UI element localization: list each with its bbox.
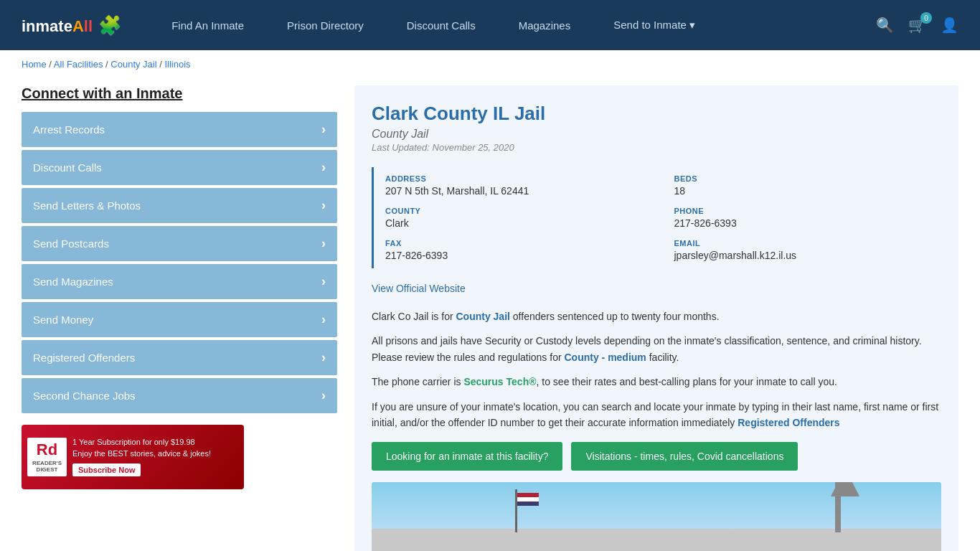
arrow-icon: › [321, 198, 326, 213]
address-value: 207 N 5th St, Marshall, IL 62441 [385, 185, 653, 197]
county-value: Clark [385, 217, 653, 229]
breadcrumb-home[interactable]: Home [22, 59, 47, 70]
facility-title: Clark County IL Jail [372, 103, 941, 125]
phone-value: 217-826-6393 [674, 217, 942, 229]
search-icon[interactable]: 🔍 [876, 17, 894, 34]
main-nav: Find An Inmate Prison Directory Discount… [150, 0, 876, 50]
email-block: EMAIL jparsley@marshall.k12.il.us [674, 239, 942, 261]
ad-content: 1 Year Subscription for only $19.98 Enjo… [72, 438, 211, 476]
breadcrumb: Home / All Facilities / County Jail / Il… [0, 50, 980, 78]
fax-value: 217-826-6393 [385, 250, 653, 261]
nav-magazines[interactable]: Magazines [497, 0, 593, 50]
ad-subscribe-button[interactable]: Subscribe Now [72, 463, 141, 476]
breadcrumb-all-facilities[interactable]: All Facilities [54, 59, 103, 70]
sidebar-title: Connect with an Inmate [22, 85, 337, 102]
nav-prison-directory[interactable]: Prison Directory [265, 0, 385, 50]
cart-badge: 0 [920, 12, 932, 24]
county-block: COUNTY Clark [385, 207, 653, 229]
phone-block: PHONE 217-826-6393 [674, 207, 942, 229]
ground-bg [372, 529, 941, 551]
address-block: ADDRESS 207 N 5th St, Marshall, IL 62441 [385, 174, 653, 197]
facility-image-content [372, 482, 941, 551]
breadcrumb-county-jail[interactable]: County Jail [110, 59, 156, 70]
facility-type: County Jail [372, 128, 941, 141]
beds-block: BEDS 18 [674, 174, 942, 197]
sidebar-item-arrest-records[interactable]: Arrest Records › [22, 112, 337, 147]
logo-text: inmateAll 🧩 [22, 14, 121, 37]
securus-link[interactable]: Securus Tech® [463, 376, 536, 387]
cart-icon[interactable]: 🛒 0 [908, 17, 926, 34]
facility-image [372, 482, 941, 551]
arrow-icon: › [321, 122, 326, 137]
header: inmateAll 🧩 Find An Inmate Prison Direct… [0, 0, 980, 50]
arrow-icon: › [321, 160, 326, 175]
county-jail-link[interactable]: County Jail [456, 311, 509, 322]
sidebar-item-second-chance-jobs[interactable]: Second Chance Jobs › [22, 378, 337, 413]
sidebar-item-send-money[interactable]: Send Money › [22, 302, 337, 337]
sidebar-item-discount-calls[interactable]: Discount Calls › [22, 150, 337, 185]
fax-block: FAX 217-826-6393 [385, 239, 653, 261]
logo[interactable]: inmateAll 🧩 [22, 14, 121, 37]
official-website-link[interactable]: View Official Website [372, 283, 466, 294]
nav-right: 🔍 🛒 0 👤 [876, 17, 958, 34]
sidebar-item-send-letters-photos[interactable]: Send Letters & Photos › [22, 188, 337, 223]
flag-pole [515, 489, 517, 532]
action-buttons: Looking for an inmate at this facility? … [372, 442, 941, 471]
sidebar-ad: Rd READER'S DIGEST 1 Year Subscription f… [22, 425, 244, 489]
beds-value: 18 [674, 185, 942, 197]
county-medium-link[interactable]: County - medium [564, 352, 646, 363]
looking-for-inmate-button[interactable]: Looking for an inmate at this facility? [372, 442, 562, 471]
nav-discount-calls[interactable]: Discount Calls [385, 0, 497, 50]
last-updated: Last Updated: November 25, 2020 [372, 142, 941, 153]
detail-panel: Clark County IL Jail County Jail Last Up… [354, 85, 958, 551]
registered-offenders-link[interactable]: Registered Offenders [738, 417, 839, 428]
info-grid: ADDRESS 207 N 5th St, Marshall, IL 62441… [372, 167, 941, 268]
nav-send-to-inmate[interactable]: Send to Inmate ▾ [592, 0, 717, 50]
arrow-icon: › [321, 350, 326, 365]
visitations-button[interactable]: Visitations - times, rules, Covid cancel… [571, 442, 798, 471]
sidebar-item-send-magazines[interactable]: Send Magazines › [22, 264, 337, 299]
facility-description: Clark Co Jail is for County Jail offende… [372, 309, 941, 430]
arrow-icon: › [321, 274, 326, 289]
arrow-icon: › [321, 312, 326, 327]
breadcrumb-illinois[interactable]: Illinois [164, 59, 190, 70]
flag [517, 493, 539, 506]
arrow-icon: › [321, 388, 326, 403]
sidebar-menu: Arrest Records › Discount Calls › Send L… [22, 112, 337, 413]
main-content: Connect with an Inmate Arrest Records › … [0, 78, 980, 551]
logo-icon: 🧩 [98, 14, 121, 36]
sidebar-item-send-postcards[interactable]: Send Postcards › [22, 226, 337, 261]
nav-find-inmate[interactable]: Find An Inmate [150, 0, 265, 50]
arrow-icon: › [321, 236, 326, 251]
ad-logo: Rd READER'S DIGEST [27, 438, 67, 476]
sidebar-item-registered-offenders[interactable]: Registered Offenders › [22, 340, 337, 375]
user-icon[interactable]: 👤 [941, 17, 958, 34]
sidebar: Connect with an Inmate Arrest Records › … [22, 85, 337, 551]
email-value: jparsley@marshall.k12.il.us [674, 250, 942, 261]
tower [835, 482, 841, 532]
